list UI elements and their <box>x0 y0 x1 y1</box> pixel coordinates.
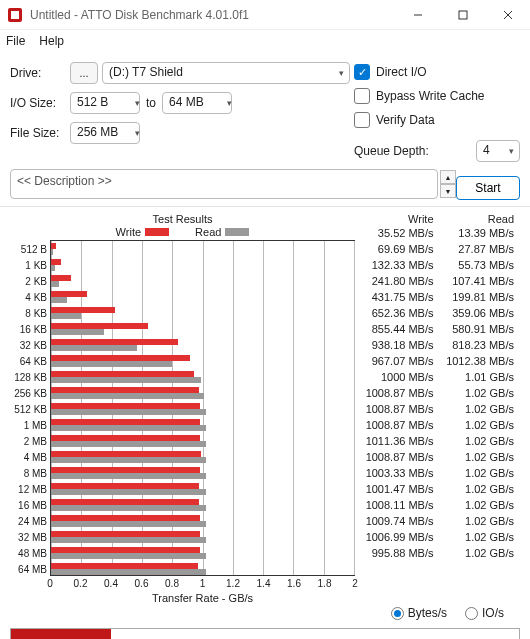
cell-write: 1000 MB/s <box>359 371 440 383</box>
cell-read: 1.02 GB/s <box>440 547 521 559</box>
bar-read <box>51 377 201 383</box>
x-tick: 0 <box>47 578 53 589</box>
bytes-radio-row[interactable]: Bytes/s <box>391 606 447 620</box>
bar-read <box>51 281 59 287</box>
table-head-write: Write <box>359 213 440 225</box>
queue-depth-select[interactable]: 4 <box>476 140 520 162</box>
cell-write: 1011.36 MB/s <box>359 435 440 447</box>
y-tick: 128 KB <box>10 370 47 386</box>
table-row: 967.07 MB/s1012.38 MB/s <box>359 353 520 369</box>
x-tick: 1.8 <box>318 578 332 589</box>
atto-banner[interactable]: ATTO Storage and Network Connectivity Ex… <box>10 628 520 639</box>
bypass-cache-label: Bypass Write Cache <box>376 89 485 103</box>
y-tick: 32 MB <box>10 530 47 546</box>
cell-read: 1.01 GB/s <box>440 371 521 383</box>
y-tick: 8 KB <box>10 306 47 322</box>
y-tick: 24 MB <box>10 514 47 530</box>
chart-x-axis: 00.20.40.60.811.21.41.61.82 <box>50 578 355 592</box>
direct-io-label: Direct I/O <box>376 65 427 79</box>
arrow-up-icon[interactable]: ▲ <box>440 170 456 184</box>
description-input[interactable]: << Description >> <box>10 169 438 199</box>
table-row: 1009.74 MB/s1.02 GB/s <box>359 513 520 529</box>
drive-browse-button[interactable]: ... <box>70 62 98 84</box>
results-table: Write Read 35.52 MB/s13.39 MB/s69.69 MB/… <box>355 213 520 604</box>
cell-write: 938.18 MB/s <box>359 339 440 351</box>
bar-read <box>51 265 55 271</box>
y-tick: 512 KB <box>10 402 47 418</box>
y-tick: 512 B <box>10 242 47 258</box>
bar-read <box>51 505 206 511</box>
minimize-button[interactable] <box>395 0 440 30</box>
cell-read: 107.41 MB/s <box>440 275 521 287</box>
cell-read: 359.06 MB/s <box>440 307 521 319</box>
cell-write: 1008.11 MB/s <box>359 499 440 511</box>
table-row: 69.69 MB/s27.87 MB/s <box>359 241 520 257</box>
bar-read <box>51 313 81 319</box>
cell-write: 967.07 MB/s <box>359 355 440 367</box>
y-tick: 1 KB <box>10 258 47 274</box>
svg-rect-1 <box>11 11 19 19</box>
bar-read <box>51 457 206 463</box>
bar-read <box>51 393 204 399</box>
bar-read <box>51 473 206 479</box>
cell-read: 580.91 MB/s <box>440 323 521 335</box>
x-tick: 1 <box>200 578 206 589</box>
table-row: 1008.87 MB/s1.02 GB/s <box>359 449 520 465</box>
menu-help[interactable]: Help <box>39 34 64 48</box>
legend-write-swatch <box>145 228 169 236</box>
cell-write: 35.52 MB/s <box>359 227 440 239</box>
cell-write: 69.69 MB/s <box>359 243 440 255</box>
y-tick: 8 MB <box>10 466 47 482</box>
cell-write: 1008.87 MB/s <box>359 451 440 463</box>
iosize-to-select[interactable]: 64 MB <box>162 92 232 114</box>
table-row: 132.33 MB/s55.73 MB/s <box>359 257 520 273</box>
bar-read <box>51 361 172 367</box>
cell-write: 1003.33 MB/s <box>359 467 440 479</box>
start-button[interactable]: Start <box>456 176 520 200</box>
direct-io-checkbox[interactable] <box>354 64 370 80</box>
drive-select[interactable]: (D:) T7 Shield <box>102 62 350 84</box>
table-row: 431.75 MB/s199.81 MB/s <box>359 289 520 305</box>
menu-file[interactable]: File <box>6 34 25 48</box>
cell-write: 1008.87 MB/s <box>359 403 440 415</box>
bytes-radio[interactable] <box>391 607 404 620</box>
x-tick: 0.8 <box>165 578 179 589</box>
filesize-select[interactable]: 256 MB <box>70 122 140 144</box>
bar-read <box>51 425 206 431</box>
bar-read <box>51 441 206 447</box>
bar-read <box>51 297 67 303</box>
cell-read: 13.39 MB/s <box>440 227 521 239</box>
chart-y-labels: 512 B1 KB2 KB4 KB8 KB16 KB32 KB64 KB128 … <box>10 240 50 578</box>
iosize-from-select[interactable]: 512 B <box>70 92 140 114</box>
cell-read: 1012.38 MB/s <box>440 355 521 367</box>
table-row: 938.18 MB/s818.23 MB/s <box>359 337 520 353</box>
x-tick: 0.6 <box>135 578 149 589</box>
description-stepper[interactable]: ▲▼ <box>440 170 456 198</box>
verify-data-checkbox[interactable] <box>354 112 370 128</box>
cell-read: 1.02 GB/s <box>440 515 521 527</box>
bar-read <box>51 553 206 559</box>
table-row: 1008.11 MB/s1.02 GB/s <box>359 497 520 513</box>
arrow-down-icon[interactable]: ▼ <box>440 184 456 198</box>
y-tick: 64 KB <box>10 354 47 370</box>
y-tick: 64 MB <box>10 562 47 578</box>
close-button[interactable] <box>485 0 530 30</box>
cell-read: 1.02 GB/s <box>440 499 521 511</box>
legend-read-swatch <box>225 228 249 236</box>
cell-read: 27.87 MB/s <box>440 243 521 255</box>
y-tick: 2 MB <box>10 434 47 450</box>
chart-plot-area <box>50 240 355 576</box>
io-radio[interactable] <box>465 607 478 620</box>
io-radio-row[interactable]: IO/s <box>465 606 504 620</box>
maximize-button[interactable] <box>440 0 485 30</box>
iosize-to-label: to <box>146 96 156 110</box>
cell-read: 1.02 GB/s <box>440 403 521 415</box>
chart-legend: Write Read <box>10 226 355 238</box>
cell-write: 132.33 MB/s <box>359 259 440 271</box>
cell-read: 1.02 GB/s <box>440 467 521 479</box>
table-row: 1000 MB/s1.01 GB/s <box>359 369 520 385</box>
y-tick: 2 KB <box>10 274 47 290</box>
bar-read <box>51 249 53 255</box>
cell-read: 1.02 GB/s <box>440 451 521 463</box>
bypass-cache-checkbox[interactable] <box>354 88 370 104</box>
